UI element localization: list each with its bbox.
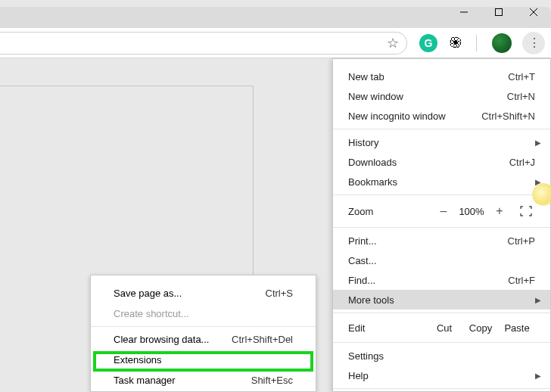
menu-separator <box>333 342 550 343</box>
menu-label: Find... <box>348 275 508 286</box>
more-tools-submenu: Save page as... Ctrl+S Create shortcut..… <box>90 275 316 392</box>
menu-label: Cast... <box>348 255 535 266</box>
menu-label: More tools <box>348 294 535 306</box>
menu-item-downloads[interactable]: Downloads Ctrl+J <box>333 152 550 172</box>
menu-label: Extensions <box>114 354 293 366</box>
paste-button[interactable]: Paste <box>499 322 535 334</box>
zoom-label: Zoom <box>348 206 434 217</box>
menu-shortcut: Ctrl+T <box>508 71 535 82</box>
menu-separator <box>333 388 550 389</box>
minimize-button[interactable] <box>447 0 481 24</box>
menu-separator <box>333 227 550 228</box>
menu-item-new-window[interactable]: New window Ctrl+N <box>333 86 550 106</box>
close-button[interactable] <box>516 0 551 24</box>
menu-label: New window <box>348 91 507 102</box>
menu-label: Print... <box>348 235 508 247</box>
menu-shortcut: Ctrl+F <box>508 275 535 286</box>
submenu-item-save-page[interactable]: Save page as... Ctrl+S <box>91 283 316 303</box>
menu-item-cast[interactable]: Cast... <box>333 250 550 270</box>
menu-shortcut: Ctrl+Shift+Del <box>232 334 293 345</box>
menu-item-zoom: Zoom – 100% + <box>333 198 550 224</box>
submenu-arrow-icon: ▶ <box>535 372 541 380</box>
toolbar-divider <box>476 35 477 51</box>
cut-button[interactable]: Cut <box>426 322 462 334</box>
menu-item-print[interactable]: Print... Ctrl+P <box>333 231 550 250</box>
menu-label: Save page as... <box>114 288 266 299</box>
menu-item-help[interactable]: Help ▶ <box>333 366 550 385</box>
menu-shortcut: Ctrl+S <box>266 288 293 299</box>
menu-label: New incognito window <box>348 110 481 122</box>
menu-separator <box>333 194 550 195</box>
chrome-menu-button[interactable]: ⋮ <box>522 32 545 54</box>
menu-shortcut: Shift+Esc <box>251 375 293 386</box>
menu-label: Clear browsing data... <box>114 334 232 345</box>
edit-label: Edit <box>348 322 426 334</box>
maximize-button[interactable] <box>481 0 516 24</box>
menu-label: History <box>348 137 535 148</box>
menu-shortcut: Ctrl+P <box>508 235 535 247</box>
menu-item-bookmarks[interactable]: Bookmarks ▶ <box>333 172 550 191</box>
menu-separator <box>91 326 316 327</box>
menu-separator <box>333 129 550 129</box>
menu-item-history[interactable]: History ▶ <box>333 132 550 152</box>
extension-icon[interactable]: ֍ <box>448 34 464 51</box>
submenu-item-clear-data[interactable]: Clear browsing data... Ctrl+Shift+Del <box>91 329 316 350</box>
copy-button[interactable]: Copy <box>462 322 499 334</box>
menu-item-find[interactable]: Find... Ctrl+F <box>333 270 550 290</box>
submenu-item-extensions[interactable]: Extensions <box>91 350 316 370</box>
menu-label: Settings <box>348 350 535 362</box>
menu-shortcut: Ctrl+N <box>507 91 535 102</box>
menu-shortcut: Ctrl+J <box>509 157 535 168</box>
svg-rect-1 <box>496 9 503 16</box>
submenu-item-task-manager[interactable]: Task manager Shift+Esc <box>91 370 316 390</box>
toolbar: ☆ G ֍ ⋮ <box>0 28 551 58</box>
menu-label: Downloads <box>348 157 509 168</box>
grammarly-extension-icon[interactable]: G <box>419 34 437 52</box>
submenu-arrow-icon: ▶ <box>535 138 541 147</box>
cursor-highlight <box>532 183 551 206</box>
menu-label: Help <box>348 370 535 381</box>
menu-item-more-tools[interactable]: More tools ▶ <box>333 290 550 310</box>
chrome-main-menu: New tab Ctrl+T New window Ctrl+N New inc… <box>332 58 551 392</box>
submenu-item-create-shortcut[interactable]: Create shortcut... <box>91 303 316 324</box>
menu-separator <box>333 313 550 313</box>
window-controls <box>447 0 551 24</box>
menu-item-new-incognito[interactable]: New incognito window Ctrl+Shift+N <box>333 106 550 126</box>
menu-item-edit: Edit Cut Copy Paste <box>333 316 550 339</box>
menu-item-new-tab[interactable]: New tab Ctrl+T <box>333 67 550 86</box>
fullscreen-button[interactable] <box>517 204 535 218</box>
menu-label: Task manager <box>114 375 251 386</box>
omnibox[interactable]: ☆ <box>0 32 407 54</box>
menu-label: Bookmarks <box>348 176 535 188</box>
zoom-value: 100% <box>453 206 490 217</box>
zoom-out-button[interactable]: – <box>434 204 453 218</box>
menu-item-settings[interactable]: Settings <box>333 346 550 366</box>
profile-avatar[interactable] <box>492 33 512 53</box>
zoom-in-button[interactable]: + <box>490 204 509 218</box>
menu-shortcut: Ctrl+Shift+N <box>481 110 535 122</box>
bookmark-star-icon[interactable]: ☆ <box>387 35 399 51</box>
menu-label: New tab <box>348 71 508 82</box>
submenu-arrow-icon: ▶ <box>535 296 541 304</box>
menu-label: Create shortcut... <box>114 308 293 319</box>
